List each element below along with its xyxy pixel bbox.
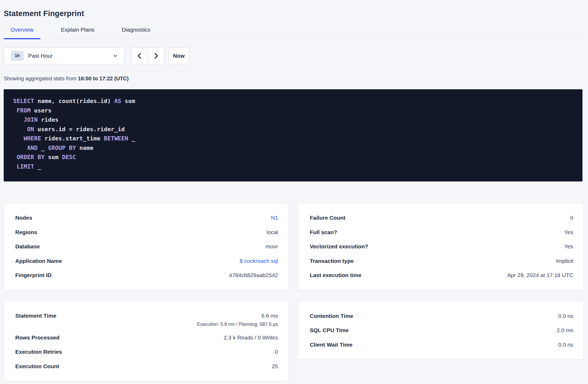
row-value: movr <box>266 243 278 250</box>
row-value: 2.0 ms <box>557 327 573 333</box>
tab-overview[interactable]: Overview <box>4 27 41 39</box>
row-label: Failure Count <box>310 215 345 221</box>
row-label: Statement Time <box>15 308 56 319</box>
row-regions: Regions local <box>15 225 278 240</box>
row-statement-time: Statement Time 6.6 ms Execution: 5.8 ms … <box>15 308 278 331</box>
row-value: 2.3 k Reads / 0 Writes <box>224 334 278 341</box>
time-range-dropdown[interactable]: 1h Past Hour <box>4 47 124 64</box>
row-label: Last execution time <box>310 272 361 278</box>
chevron-down-icon <box>112 53 118 59</box>
time-range-badge: 1h <box>11 51 24 61</box>
row-vectorized-execution: Vectorized execution? Yes <box>310 239 573 254</box>
time-controls: 1h Past Hour Now <box>4 47 584 64</box>
row-label: Application Name <box>15 258 62 264</box>
tab-bar: Overview Explain Plans Diagnostics <box>4 27 584 39</box>
row-label: Rows Processed <box>15 334 59 341</box>
row-value: 4784cb829aab2542 <box>229 272 278 278</box>
prev-range-button[interactable] <box>131 48 148 64</box>
next-range-button[interactable] <box>148 48 164 64</box>
row-label: Database <box>15 243 40 250</box>
now-button[interactable]: Now <box>169 47 189 64</box>
application-name-link[interactable]: $ cockroach sql <box>240 258 278 264</box>
row-label: Full scan? <box>310 229 337 235</box>
row-label: Execution Retries <box>15 349 62 355</box>
row-transaction-type: Transaction type Implicit <box>310 254 573 268</box>
nodes-link[interactable]: N1 <box>271 215 278 221</box>
row-value: local <box>267 229 278 235</box>
row-application-name: Application Name $ cockroach sql <box>15 254 278 268</box>
row-rows-processed: Rows Processed 2.3 k Reads / 0 Writes <box>15 331 278 345</box>
row-label: Nodes <box>15 215 32 221</box>
row-value: 0.0 ns <box>558 313 573 319</box>
time-nav-group <box>131 47 164 64</box>
tab-diagnostics-label: Diagnostics <box>122 27 151 33</box>
tab-diagnostics[interactable]: Diagnostics <box>115 27 157 39</box>
chevron-left-icon <box>136 52 143 60</box>
statement-time-values: 6.6 ms Execution: 5.8 ms / Planning: 687… <box>197 308 278 327</box>
statement-fingerprint-page: Statement Fingerprint Overview Explain P… <box>0 9 588 384</box>
panel-execution-attributes: Failure Count 0 Full scan? Yes Vectorize… <box>298 203 584 290</box>
row-value: 0 <box>275 349 278 355</box>
row-value: Yes <box>564 229 573 235</box>
row-value: 0.0 ns <box>558 342 573 348</box>
panel-timings: Statement Time 6.6 ms Execution: 5.8 ms … <box>4 301 288 381</box>
row-label: Execution Count <box>15 363 59 370</box>
row-label: Contention Time <box>310 313 353 319</box>
row-value: 25 <box>272 363 278 370</box>
row-database: Database movr <box>15 239 278 254</box>
row-last-execution-time: Last execution time Apr 29, 2024 at 17:1… <box>310 268 573 283</box>
row-value: Yes <box>564 243 573 250</box>
row-label: Fingerprint ID <box>15 272 52 278</box>
sql-statement: SELECT name, count(rides.id) AS sum FROM… <box>4 89 582 181</box>
row-sql-cpu-time: SQL CPU Time 2.0 ms <box>310 323 573 338</box>
panel-overview: Nodes N1 Regions local Database movr App… <box>4 203 288 290</box>
aggregation-note: Showing aggregated stats from 16:00 to 1… <box>4 76 584 81</box>
tab-explain-plans-label: Explain Plans <box>61 27 94 33</box>
aggregation-note-range: 16:00 to 17:22 (UTC) <box>78 76 128 81</box>
tab-explain-plans[interactable]: Explain Plans <box>54 27 101 39</box>
row-value: 0 <box>570 215 573 221</box>
row-label: Regions <box>15 229 37 235</box>
summary-panels-row: Nodes N1 Regions local Database movr App… <box>4 203 584 290</box>
row-failure-count: Failure Count 0 <box>310 211 573 225</box>
row-label: Client Wait Time <box>310 342 352 348</box>
row-fingerprint-id: Fingerprint ID 4784cb829aab2542 <box>15 268 278 283</box>
tab-overview-label: Overview <box>11 27 34 33</box>
row-value: Apr 29, 2024 at 17:18 UTC <box>507 272 573 278</box>
row-contention-time: Contention Time 0.0 ns <box>310 309 573 323</box>
row-label: Vectorized execution? <box>310 243 368 250</box>
row-label: SQL CPU Time <box>310 327 348 333</box>
statement-time-breakdown: Execution: 5.8 ms / Planning: 687.5 µs <box>197 321 278 327</box>
row-value: 6.6 ms <box>261 313 278 319</box>
page-title: Statement Fingerprint <box>4 9 584 18</box>
time-range-label: Past Hour <box>28 53 53 59</box>
row-execution-retries: Execution Retries 0 <box>15 345 278 359</box>
panel-wait-times: Contention Time 0.0 ns SQL CPU Time 2.0 … <box>298 301 584 360</box>
row-nodes: Nodes N1 <box>15 211 278 225</box>
row-execution-count: Execution Count 25 <box>15 359 278 374</box>
aggregation-note-prefix: Showing aggregated stats from <box>4 76 78 81</box>
timing-panels-row: Statement Time 6.6 ms Execution: 5.8 ms … <box>4 301 584 381</box>
row-full-scan: Full scan? Yes <box>310 225 573 240</box>
row-label: Transaction type <box>310 258 354 264</box>
row-client-wait-time: Client Wait Time 0.0 ns <box>310 338 573 352</box>
chevron-right-icon <box>153 52 159 60</box>
row-value: Implicit <box>556 258 573 264</box>
